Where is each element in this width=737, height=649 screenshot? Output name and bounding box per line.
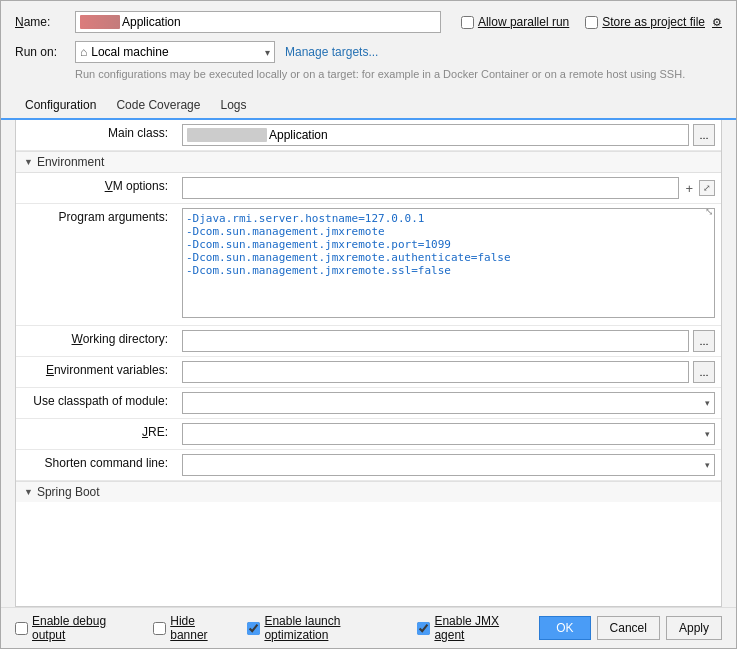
vm-options-label: VM options: xyxy=(16,173,176,199)
run-on-row: Run on: ⌂ Local machine ▾ Manage targets… xyxy=(15,41,722,63)
working-dir-value: ... xyxy=(176,326,721,356)
jre-label: JRE: xyxy=(16,419,176,445)
top-section: Name: Allow parallel run Store as projec… xyxy=(1,1,736,94)
classpath-value: ▾ xyxy=(176,388,721,418)
environment-label: Environment xyxy=(37,155,104,169)
top-right-options: Allow parallel run Store as project file… xyxy=(461,15,722,29)
working-dir-section: Working directory: ... xyxy=(16,326,721,356)
tab-code-coverage[interactable]: Code Coverage xyxy=(106,94,210,118)
enable-launch-checkbox[interactable] xyxy=(247,622,260,635)
main-class-browse-button[interactable]: ... xyxy=(693,124,715,146)
manage-targets-link[interactable]: Manage targets... xyxy=(285,45,378,59)
enable-jmx-label[interactable]: Enable JMX agent xyxy=(417,614,529,642)
inner-content: Main class: ... ▼ Environment xyxy=(15,120,722,607)
jre-section: JRE: ▾ xyxy=(16,419,721,449)
shorten-cmd-label: Shorten command line: xyxy=(16,450,176,476)
dropdown-arrow-icon: ▾ xyxy=(265,47,270,58)
main-class-section: Main class: ... xyxy=(16,120,721,150)
classpath-input[interactable] xyxy=(187,396,705,410)
bottom-checkboxes: Enable debug output Hide banner Enable l… xyxy=(15,614,529,642)
tabs-bar: Configuration Code Coverage Logs xyxy=(1,94,736,120)
main-class-blur xyxy=(187,128,267,142)
bottom-bar: Enable debug output Hide banner Enable l… xyxy=(1,607,736,648)
env-collapse-arrow: ▼ xyxy=(24,157,33,167)
vm-options-input[interactable] xyxy=(182,177,679,199)
run-on-value: Local machine xyxy=(91,45,168,59)
jre-dropdown-icon: ▾ xyxy=(705,429,710,439)
cancel-button[interactable]: Cancel xyxy=(597,616,660,640)
spring-boot-label: Spring Boot xyxy=(37,485,100,499)
name-input[interactable] xyxy=(122,15,436,29)
name-label: Name: xyxy=(15,15,75,29)
gear-icon: ⚙ xyxy=(712,16,722,29)
store-project-label[interactable]: Store as project file ⚙ xyxy=(585,15,722,29)
ok-button[interactable]: OK xyxy=(539,616,590,640)
allow-parallel-checkbox[interactable] xyxy=(461,16,474,29)
tab-configuration[interactable]: Configuration xyxy=(15,94,106,120)
vm-options-expand-icon[interactable]: ⤢ xyxy=(699,180,715,196)
apply-button[interactable]: Apply xyxy=(666,616,722,640)
program-args-expand-icon[interactable]: ⤡ xyxy=(705,206,713,217)
run-on-label: Run on: xyxy=(15,45,75,59)
hide-banner-checkbox[interactable] xyxy=(153,622,166,635)
vm-options-add-icon[interactable]: + xyxy=(683,179,695,198)
program-args-label: Program arguments: xyxy=(16,204,176,230)
env-vars-section: Environment variables: ... xyxy=(16,357,721,387)
classpath-dropdown-icon: ▾ xyxy=(705,398,710,408)
env-vars-browse-button[interactable]: ... xyxy=(693,361,715,383)
working-dir-label: Working directory: xyxy=(16,326,176,352)
spring-collapse-arrow: ▼ xyxy=(24,487,33,497)
name-row: Name: Allow parallel run Store as projec… xyxy=(15,11,722,33)
enable-jmx-checkbox[interactable] xyxy=(417,622,430,635)
run-on-select[interactable]: ⌂ Local machine ▾ xyxy=(75,41,275,63)
enable-debug-checkbox[interactable] xyxy=(15,622,28,635)
shorten-cmd-section: Shorten command line: ▾ xyxy=(16,450,721,480)
env-vars-input[interactable] xyxy=(182,361,689,383)
action-buttons: OK Cancel Apply xyxy=(539,616,722,640)
shorten-cmd-value: ▾ xyxy=(176,450,721,480)
tab-logs[interactable]: Logs xyxy=(210,94,256,118)
program-args-textarea[interactable] xyxy=(182,208,715,318)
main-class-input[interactable] xyxy=(269,128,684,142)
classpath-section: Use classpath of module: ▾ xyxy=(16,388,721,418)
working-dir-browse-button[interactable]: ... xyxy=(693,330,715,352)
environment-section-header[interactable]: ▼ Environment xyxy=(16,151,721,173)
jre-value: ▾ xyxy=(176,419,721,449)
main-class-value: ... xyxy=(176,120,721,150)
vm-options-section: VM options: + ⤢ xyxy=(16,173,721,203)
program-args-section: Program arguments: ⤡ xyxy=(16,204,721,325)
enable-launch-label[interactable]: Enable launch optimization xyxy=(247,614,403,642)
program-args-value: ⤡ xyxy=(176,204,721,325)
store-project-checkbox[interactable] xyxy=(585,16,598,29)
main-wrapper: Main class: ... ▼ Environment xyxy=(15,120,722,607)
main-class-label: Main class: xyxy=(16,120,176,146)
vm-options-value: + ⤢ xyxy=(176,173,721,203)
env-vars-value: ... xyxy=(176,357,721,387)
classpath-label: Use classpath of module: xyxy=(16,388,176,414)
jre-input[interactable] xyxy=(187,427,705,441)
enable-debug-label[interactable]: Enable debug output xyxy=(15,614,139,642)
working-dir-input[interactable] xyxy=(182,330,689,352)
run-configuration-dialog: Name: Allow parallel run Store as projec… xyxy=(0,0,737,649)
home-icon: ⌂ xyxy=(80,45,87,59)
info-text: Run configurations may be executed local… xyxy=(75,67,722,82)
spring-boot-section-header[interactable]: ▼ Spring Boot xyxy=(16,481,721,502)
hide-banner-label[interactable]: Hide banner xyxy=(153,614,233,642)
env-vars-label: Environment variables: xyxy=(16,357,176,383)
shorten-cmd-input[interactable] xyxy=(187,458,705,472)
shorten-cmd-dropdown-icon: ▾ xyxy=(705,460,710,470)
name-prefix-blur xyxy=(80,15,120,29)
allow-parallel-label[interactable]: Allow parallel run xyxy=(461,15,569,29)
